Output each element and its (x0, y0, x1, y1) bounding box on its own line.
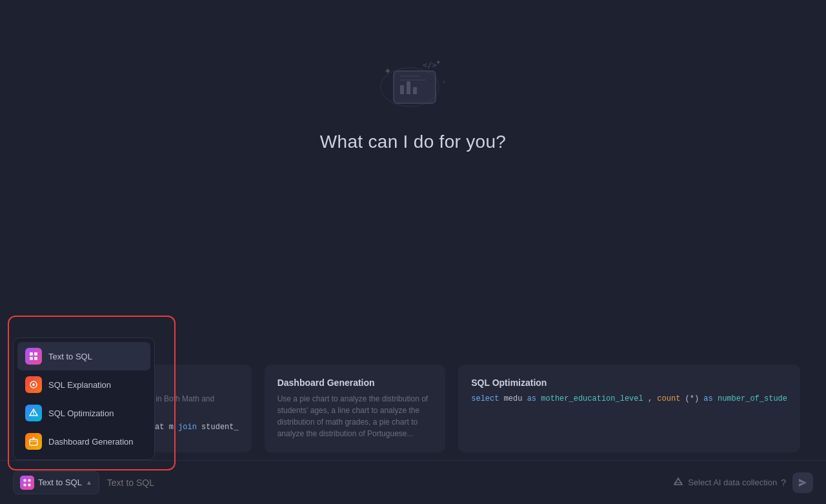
sql-optimization-icon (25, 405, 42, 421)
dropdown-item-dashboard-gen[interactable]: Dashboard Generation (17, 427, 150, 456)
svg-rect-4 (400, 85, 404, 94)
dropdown-label-sql-explanation: SQL Explanation (48, 380, 111, 390)
dashboard-gen-icon (25, 433, 42, 450)
dropdown-item-sql-explanation[interactable]: SQL Explanation (17, 370, 150, 399)
send-button[interactable] (792, 472, 813, 493)
dropdown-label-dashboard-gen: Dashboard Generation (48, 437, 134, 447)
svg-rect-23 (24, 479, 26, 481)
svg-rect-20 (30, 439, 37, 445)
card-sql-opt-title: SQL Optimization (471, 378, 787, 388)
svg-rect-26 (28, 483, 31, 486)
question-mark-icon: ? (781, 478, 786, 488)
svg-rect-25 (24, 483, 26, 486)
bottom-bar: Text to SQL ▲ Select AI data collection … (0, 460, 826, 504)
svg-rect-14 (34, 357, 37, 360)
svg-rect-12 (34, 352, 37, 356)
svg-rect-6 (413, 87, 417, 94)
text-to-sql-icon (25, 348, 42, 365)
dropdown-label-sql-optimization: SQL Optimization (48, 408, 114, 418)
collection-label: Select AI data collection (688, 478, 777, 487)
sql-explanation-icon (25, 376, 42, 393)
svg-rect-11 (30, 352, 33, 356)
collection-icon (672, 476, 684, 490)
dropdown-label-text-to-sql: Text to SQL (48, 352, 92, 361)
card-sql-opt[interactable]: SQL Optimization select medu as mother_e… (458, 365, 800, 452)
mode-selector[interactable]: Text to SQL ▲ (13, 471, 99, 494)
svg-point-19 (33, 414, 34, 416)
right-actions: Select AI data collection ? (672, 472, 813, 493)
svg-rect-24 (28, 479, 31, 481)
hero-section: ✦ ✦ ✧ </> What can I do for you? (0, 0, 826, 152)
card-dashboard-gen[interactable]: Dashboard Generation Use a pie chart to … (265, 365, 446, 452)
svg-point-22 (33, 438, 35, 439)
svg-point-16 (32, 383, 35, 386)
mode-dropdown: Text to SQL SQL Explanation SQL Optimiza… (13, 338, 155, 460)
hero-title: What can I do for you? (320, 132, 506, 152)
chevron-down-icon: ▲ (86, 479, 92, 486)
card-sql-opt-code: select medu as mother_education_level , … (471, 394, 787, 403)
svg-rect-13 (30, 357, 33, 360)
dropdown-item-sql-optimization[interactable]: SQL Optimization (17, 399, 150, 427)
card-dashboard-desc: Use a pie chart to analyze the distribut… (277, 393, 433, 439)
dropdown-item-text-to-sql[interactable]: Text to SQL (17, 342, 150, 370)
collection-button[interactable]: Select AI data collection ? (672, 476, 786, 490)
card-dashboard-title: Dashboard Generation (277, 378, 433, 388)
svg-text:</>: </> (423, 61, 437, 70)
input-area (107, 477, 665, 489)
hero-illustration: ✦ ✦ ✧ </> (374, 52, 452, 116)
svg-text:✧: ✧ (442, 79, 447, 85)
mode-label: Text to SQL (38, 478, 82, 487)
svg-rect-5 (407, 81, 410, 94)
mode-icon (20, 476, 34, 490)
chat-input[interactable] (107, 478, 665, 488)
